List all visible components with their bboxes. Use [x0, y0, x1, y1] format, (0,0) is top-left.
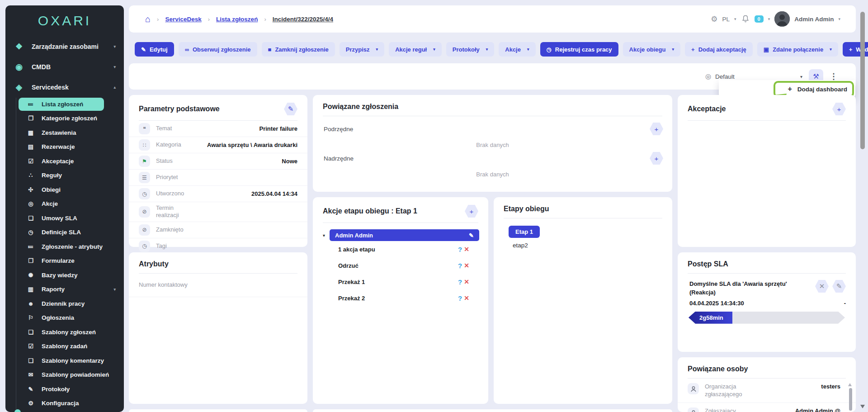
page-scrollbar-thumb[interactable]	[860, 12, 865, 149]
add-dashboard-menu-item[interactable]: + Dodaj dashboard	[788, 85, 847, 93]
assign-button[interactable]: Przypisz ▾	[340, 42, 384, 57]
servicedesk-submenu: ≔ Lista zgłoszeń ❐ Kategorie zgłoszeń ▦ …	[16, 98, 124, 411]
sidebar-item-label: Kategorie zgłoszeń	[42, 115, 97, 122]
sidebar-item-dziennik-pracy[interactable]: ☻ Dziennik pracy	[16, 297, 124, 311]
user-name[interactable]: Admin Admin	[794, 16, 834, 23]
pencil-icon[interactable]: ✎	[469, 232, 474, 239]
sidebar-item-label: Szablony powiadomień	[42, 371, 109, 378]
sidebar-item-definicje-sla[interactable]: ◷ Definicje SLA	[16, 225, 124, 240]
chevron-down-icon: ▾	[672, 47, 675, 52]
reports-icon: ▥	[26, 286, 35, 293]
stage-badge-etap1[interactable]: Etap 1	[509, 226, 540, 238]
sidebar: OXARI ❖ Zarządzanie zasobami ▾ ◉ CMDB ▾ …	[5, 5, 124, 412]
panel-scrollbar-thumb[interactable]	[849, 388, 852, 411]
breadcrumb-lista-zgloszen[interactable]: Lista zgłoszeń	[216, 16, 258, 23]
sidebar-item-label: Akceptacje	[42, 158, 74, 165]
sidebar-item-ogloszenia[interactable]: ⚐ Ogłoszenia	[16, 311, 124, 325]
table-icon: ▦	[26, 129, 35, 136]
delete-icon[interactable]: ✕	[464, 294, 469, 302]
edit-button[interactable]: ✎ Edytuj	[135, 42, 174, 57]
sidebar-item-lista-zgloszen[interactable]: ≔ Lista zgłoszeń	[19, 98, 104, 111]
panel-scroll-up-arrow[interactable]	[848, 383, 852, 386]
help-icon[interactable]: ?	[458, 246, 462, 253]
pencil-icon: ✎	[141, 46, 146, 53]
sidebar-item-obiegi[interactable]: ✣ Obiegi	[16, 183, 124, 197]
chevron-down-icon[interactable]: ▾	[734, 17, 736, 21]
sidebar-item-bazy-wiedzy[interactable]: ✺ Bazy wiedzy	[16, 268, 124, 283]
page-scroll-down-arrow[interactable]	[860, 405, 865, 408]
document-icon: ❏	[26, 215, 35, 222]
panel-akceptacje: Akceptacje +	[678, 95, 856, 247]
sidebar-item-zgloszenie-atrybuty[interactable]: ≔ Zgłoszenie - atrybuty	[16, 240, 124, 254]
home-icon[interactable]: ⌂	[145, 14, 151, 24]
priority-icon: ☰	[139, 172, 150, 183]
dashboard-select[interactable]: ◎ Default ▾	[705, 72, 802, 81]
param-row-utworzono: ◷ Utworzono 2025.04.04 14:34	[129, 186, 307, 202]
sidebar-item-zestawienia[interactable]: ▦ Zestawienia	[16, 126, 124, 140]
gear-icon[interactable]: ⚙	[711, 14, 717, 24]
sidebar-item-szablony-zgloszen[interactable]: ❏ Szablony zgłoszeń	[16, 325, 124, 340]
protocols-button[interactable]: Protokoły ▾	[446, 42, 495, 57]
notification-count-badge[interactable]: 0	[755, 15, 764, 23]
panel-title: Akceptacje	[688, 105, 726, 113]
sidebar-item-zarzadzanie-zasobami[interactable]: ❖ Zarządzanie zasobami ▾	[5, 36, 124, 57]
sidebar-item-umowy-sla[interactable]: ❏ Umowy SLA	[16, 211, 124, 226]
stopwatch-icon: ◷	[26, 229, 35, 236]
stage-action-row: Odrzuć ? ✕	[338, 257, 469, 274]
plus-icon: +	[655, 155, 659, 162]
panel-powiazane-osoby: Powiązane osoby Organizacja zgłaszająceg…	[678, 357, 856, 412]
sidebar-item-akceptacje[interactable]: ☑ Akceptacje	[16, 154, 124, 169]
sla-name: Domyślne SLA dla 'Awaria sprzętu' (Reakc…	[689, 280, 811, 297]
add-stage-action-button[interactable]: +	[465, 205, 478, 218]
delete-icon[interactable]: ✕	[464, 246, 469, 253]
sidebar-item-szablony-komentarzy[interactable]: ❑ Szablony komentarzy	[16, 354, 124, 368]
sidebar-item-raporty[interactable]: ▥ Raporty ▾	[16, 282, 124, 297]
register-work-time-button[interactable]: ◷ Rejestruj czas pracy	[540, 42, 618, 57]
avatar[interactable]	[774, 11, 790, 27]
remote-connection-button[interactable]: ▣ Zdalne połączenie ▾	[757, 42, 838, 57]
add-parent-ticket-button[interactable]: +	[650, 152, 663, 165]
panel-powiazane-zgloszenia: Powiązane zgłoszenia Podrzędne + Brak da…	[313, 95, 672, 192]
sidebar-item-protokoly[interactable]: ✎ Protokoły	[16, 382, 124, 397]
checklist-icon: ☑	[26, 158, 35, 165]
remove-sla-button[interactable]: ✕	[815, 280, 829, 293]
add-acceptance-panel-button[interactable]: +	[832, 103, 846, 115]
sidebar-item-label: Umowy SLA	[42, 215, 77, 222]
chevron-down-icon[interactable]: ▾	[838, 17, 840, 21]
stage-action-row: Przekaż 1 ? ✕	[338, 274, 469, 290]
sidebar-item-rezerwacje[interactable]: ▤ Rezerwacje	[16, 140, 124, 154]
help-icon[interactable]: ?	[458, 294, 462, 302]
watch-ticket-button[interactable]: ∞ Obserwuj zgłoszenie	[179, 42, 257, 57]
panel-title: Powiązane zgłoszenia	[323, 103, 398, 111]
edit-sla-button[interactable]: ✎	[832, 280, 846, 293]
add-child-ticket-button[interactable]: +	[650, 123, 663, 135]
sla-start-time: 04.04.2025 14:34:30	[689, 300, 744, 307]
sidebar-item-szablony-powiadomien[interactable]: ✉ Szablony powiadomień	[16, 368, 124, 382]
panel-title: Etapy obiegu	[504, 205, 549, 213]
stage-group-admin[interactable]: Admin Admin ✎	[330, 229, 479, 241]
sidebar-item-reguly[interactable]: ∴ Reguły	[16, 168, 124, 183]
edit-parameters-button[interactable]: ✎	[284, 103, 297, 115]
sidebar-item-szablony-zadan[interactable]: ☑ Szablony zadań	[16, 339, 124, 354]
collapse-caret-icon[interactable]: ▾	[323, 233, 325, 238]
breadcrumb-servicedesk[interactable]: ServiceDesk	[165, 16, 201, 23]
sidebar-item-cmdb[interactable]: ◉ CMDB ▾	[5, 57, 124, 77]
sidebar-item-konfiguracja[interactable]: ⚙ Konfiguracja	[16, 396, 124, 411]
delete-icon[interactable]: ✕	[464, 262, 469, 269]
rule-actions-button[interactable]: Akcje reguł ▾	[389, 42, 442, 57]
help-icon[interactable]: ?	[458, 278, 462, 286]
help-icon[interactable]: ?	[458, 262, 462, 270]
sidebar-item-formularze[interactable]: ❒ Formularze	[16, 254, 124, 268]
chevron-down-icon[interactable]: ▾	[768, 17, 770, 21]
sidebar-item-kategorie-zgloszen[interactable]: ❐ Kategorie zgłoszeń	[16, 111, 124, 126]
actions-button[interactable]: Akcje ▾	[499, 42, 535, 57]
close-ticket-button[interactable]: ■ Zamknij zgłoszenie	[262, 42, 335, 57]
add-acceptance-button[interactable]: + Dodaj akceptację	[685, 42, 753, 57]
workflow-actions-button[interactable]: Akcje obiegu ▾	[623, 42, 680, 57]
language-selector[interactable]: PL	[722, 16, 730, 23]
delete-icon[interactable]: ✕	[464, 278, 469, 285]
sidebar-item-akcje[interactable]: ◎ Akcje	[16, 197, 124, 211]
sidebar-item-servicedesk[interactable]: ◈ Servicedesk ▴	[5, 77, 124, 97]
sidebar-item-label: Bazy wiedzy	[42, 272, 78, 279]
bell-icon[interactable]	[741, 14, 750, 24]
